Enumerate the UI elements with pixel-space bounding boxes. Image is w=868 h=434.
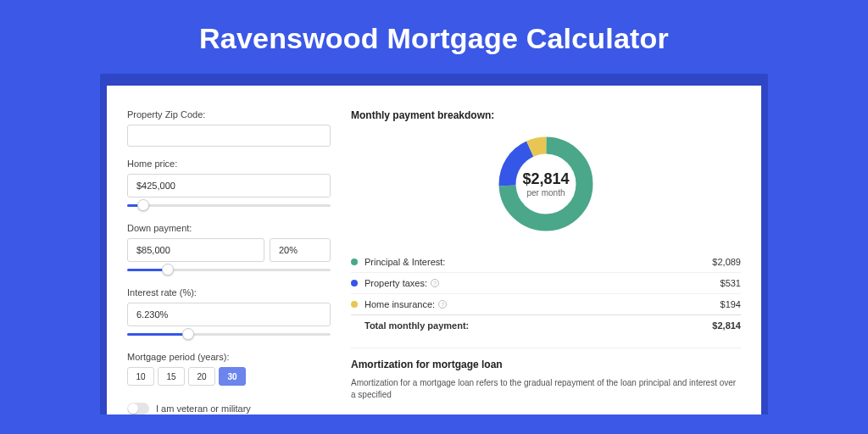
info-icon[interactable]: ? (431, 279, 439, 287)
slider-thumb[interactable] (137, 199, 149, 211)
home-price-input[interactable] (127, 174, 331, 198)
legend-row: Property taxes: ?$531 (351, 272, 741, 293)
donut-sub: per month (526, 188, 565, 198)
down-payment-pct-input[interactable] (270, 238, 331, 262)
breakdown-column: Monthly payment breakdown: $2,814 per mo… (351, 103, 741, 415)
amortization-section: Amortization for mortgage loan Amortizat… (351, 348, 741, 401)
legend-dot (351, 259, 358, 265)
legend-value: $531 (721, 278, 741, 288)
legend-label: Principal & Interest: (364, 257, 712, 267)
period-label: Mortgage period (years): (127, 352, 331, 362)
period-button-30[interactable]: 30 (219, 367, 246, 386)
amortization-text: Amortization for a mortgage loan refers … (351, 377, 741, 401)
calculator-panel: Property Zip Code: Home price: Down paym… (107, 86, 761, 415)
legend-dot (351, 301, 358, 308)
legend-dot (351, 280, 358, 287)
amortization-heading: Amortization for mortgage loan (351, 359, 741, 370)
interest-rate-slider[interactable] (127, 328, 331, 340)
info-icon[interactable]: ? (438, 300, 447, 309)
interest-rate-input[interactable] (127, 303, 331, 326)
down-payment-slider[interactable] (127, 264, 331, 275)
donut-chart: $2,814 per month (495, 133, 597, 235)
legend-label: Property taxes: ? (364, 278, 721, 288)
interest-rate-label: Interest rate (%): (127, 287, 331, 298)
veteran-toggle[interactable] (127, 403, 149, 415)
breakdown-heading: Monthly payment breakdown: (351, 109, 741, 121)
home-price-slider[interactable] (127, 199, 331, 211)
down-payment-label: Down payment: (127, 223, 331, 233)
legend-row: Home insurance: ?$194 (351, 293, 741, 314)
total-value: $2,814 (712, 320, 741, 331)
zip-label: Property Zip Code: (127, 109, 331, 120)
period-button-15[interactable]: 15 (158, 367, 185, 386)
legend: Principal & Interest:$2,089Property taxe… (351, 252, 741, 336)
home-price-label: Home price: (127, 159, 331, 169)
page-title: Ravenswood Mortgage Calculator (0, 0, 868, 74)
legend-label: Home insurance: ? (364, 299, 721, 309)
down-payment-input[interactable] (127, 238, 264, 262)
period-button-20[interactable]: 20 (188, 367, 215, 386)
veteran-label: I am veteran or military (156, 403, 251, 414)
donut-chart-area: $2,814 per month (351, 128, 741, 247)
panel-shadow: Property Zip Code: Home price: Down paym… (100, 74, 768, 415)
period-button-10[interactable]: 10 (127, 367, 154, 386)
legend-value: $2,089 (712, 257, 741, 267)
slider-thumb[interactable] (182, 328, 194, 340)
legend-total-row: Total monthly payment:$2,814 (351, 314, 741, 336)
zip-input[interactable] (127, 125, 331, 147)
legend-row: Principal & Interest:$2,089 (351, 252, 741, 272)
period-buttons: 10152030 (127, 367, 331, 386)
slider-thumb[interactable] (162, 264, 174, 275)
legend-value: $194 (721, 299, 741, 309)
total-label: Total monthly payment: (364, 320, 712, 331)
inputs-column: Property Zip Code: Home price: Down paym… (127, 103, 331, 415)
donut-amount: $2,814 (522, 170, 569, 188)
